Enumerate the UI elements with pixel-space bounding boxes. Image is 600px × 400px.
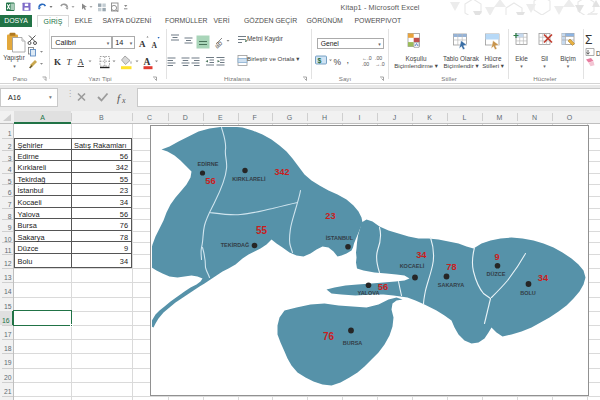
svg-text:KOCAELİ: KOCAELİ bbox=[399, 263, 424, 269]
svg-text:x: x bbox=[121, 95, 126, 104]
svg-text:A: A bbox=[152, 40, 158, 49]
svg-text:9: 9 bbox=[494, 252, 499, 262]
svg-text:YALOVA: YALOVA bbox=[357, 289, 379, 295]
svg-text:BURSA: BURSA bbox=[342, 340, 362, 346]
svg-text:D: D bbox=[596, 49, 600, 56]
svg-text:BOLU: BOLU bbox=[520, 290, 536, 296]
svg-text:55: 55 bbox=[255, 224, 267, 235]
svg-text:A: A bbox=[144, 57, 151, 67]
svg-text:,: , bbox=[347, 55, 350, 65]
svg-text:56: 56 bbox=[377, 281, 387, 291]
svg-text:KIRKLARELİ: KIRKLARELİ bbox=[232, 176, 266, 182]
svg-text:76: 76 bbox=[322, 330, 334, 341]
svg-text:.00: .00 bbox=[362, 60, 369, 66]
svg-text:EDİRNE: EDİRNE bbox=[197, 161, 218, 167]
svg-text:%: % bbox=[334, 56, 342, 66]
svg-text:56: 56 bbox=[205, 175, 216, 186]
svg-text:SAKARYA: SAKARYA bbox=[437, 282, 464, 288]
svg-text:A: A bbox=[139, 38, 146, 48]
svg-text:TEKİRDAĞ: TEKİRDAĞ bbox=[220, 241, 249, 248]
svg-text:$: $ bbox=[318, 57, 322, 65]
svg-text:ab: ab bbox=[213, 39, 224, 50]
svg-text:342: 342 bbox=[274, 166, 289, 176]
svg-text:34: 34 bbox=[416, 250, 427, 260]
svg-text:34: 34 bbox=[537, 273, 548, 283]
svg-text:→.0: →.0 bbox=[375, 60, 385, 66]
svg-text:A: A bbox=[78, 57, 85, 67]
svg-text:78: 78 bbox=[446, 261, 456, 271]
svg-text:İSTANBUL: İSTANBUL bbox=[325, 234, 353, 240]
svg-text:Σ: Σ bbox=[585, 33, 592, 47]
svg-text:23: 23 bbox=[325, 211, 335, 221]
svg-text:T: T bbox=[67, 57, 73, 67]
svg-text:K: K bbox=[54, 57, 61, 67]
svg-text:DÜZCE: DÜZCE bbox=[486, 270, 505, 276]
